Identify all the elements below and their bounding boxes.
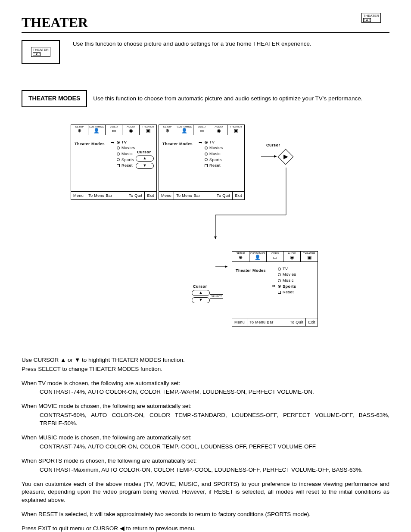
theater-modes-text: Use this function to choose from automat… [93, 95, 362, 103]
theater-icon-box: THEATER [22, 40, 60, 64]
cursor-label-3: Cursor [193, 284, 207, 289]
theater-modes-label: THEATER MODES [22, 90, 87, 107]
body-text: Use CURSOR ▲ or ▼ to highlight THEATER M… [22, 356, 389, 532]
corner-theater-icon: THEATER [361, 13, 381, 23]
cursor-updown-2: ▲▼ [192, 290, 210, 305]
intro-text: Use this function to choose picture and … [73, 40, 311, 48]
osd-menu-1: SETUP⊕ CUSTOMIZE👤 VIDEO▭ AUDIO◉ THEATER▣… [159, 124, 245, 200]
page-title: THEATER [22, 13, 389, 33]
osd-diagram-area: Cursor ▲▼ SETUP⊕ CUSTOMIZE👤 VIDEO▭ AUDIO… [22, 124, 389, 353]
osd-menu-3: SETUP⊕ CUSTOMIZE👤 VIDEO▭ AUDIO◉ THEATER▣… [232, 251, 318, 327]
select-badge: SELECT [210, 294, 223, 299]
osd-menu-2: SETUP⊕ CUSTOMIZE👤 VIDEO▭ AUDIO◉ THEATER▣… [71, 124, 157, 200]
cursor-label-2: Cursor [266, 143, 280, 148]
cursor-right-diamond: ▶ [278, 149, 294, 165]
